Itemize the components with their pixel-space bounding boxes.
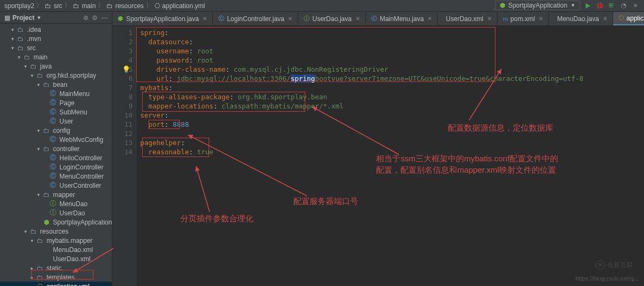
tree-item[interactable]: ⒸUser (0, 117, 112, 126)
chevron-down-icon: ▼ (571, 3, 575, 8)
chevron-icon: ▾ (29, 238, 35, 243)
close-icon[interactable]: ✕ (539, 16, 543, 22)
project-tree[interactable]: ▾🗀.idea▾🗀.mvn▾🗀src▾🗀main▾🗀java▾🗀org.hkd.… (0, 24, 112, 286)
tree-item[interactable]: ▾🗀.mvn (0, 34, 112, 43)
tree-item[interactable]: ▾🗀controller (0, 144, 112, 153)
m-icon: m (503, 16, 508, 22)
breadcrumb-item[interactable]: resources (115, 2, 144, 10)
code-editor[interactable]: 1234💡567891011121314 spring: datasource:… (112, 26, 644, 286)
run-button[interactable]: ▶ (583, 1, 592, 10)
close-icon[interactable]: ✕ (355, 16, 360, 22)
breadcrumb-item[interactable]: sportplay2 (4, 2, 34, 10)
code-content[interactable]: spring: datasource: username: root passw… (137, 26, 644, 286)
class-icon: Ⓒ (49, 153, 57, 162)
tree-item[interactable]: ▾🗀java (0, 62, 112, 71)
editor-tab[interactable]: ⒸMainMenu.java✕ (366, 12, 438, 25)
bulb-icon[interactable]: 💡 (122, 65, 131, 74)
chevron-icon: ▾ (36, 82, 41, 87)
editor-tab[interactable]: ⒾUserDao.java✕ (298, 12, 366, 25)
code-line[interactable]: datasource: (140, 37, 644, 46)
debug-button[interactable]: 🐞 (595, 1, 604, 10)
folder-icon: 🗀 (16, 26, 25, 33)
breadcrumb-item[interactable]: src (53, 2, 62, 10)
tree-item[interactable]: ▾🗀resources (0, 227, 112, 236)
class-icon: Ⓒ (49, 107, 57, 117)
tree-item[interactable]: ▾🗀mybatis.mapper (0, 236, 112, 245)
code-line[interactable]: url: jdbc:mysql://localhost:3306/springb… (140, 74, 644, 83)
tree-item-label: bean (53, 81, 68, 88)
editor-tab[interactable]: ⎔application.yml✕ (613, 12, 644, 25)
hide-icon[interactable]: — (101, 14, 108, 22)
editor-tab[interactable]: MenuDao.java✕ (549, 12, 613, 25)
code-line[interactable]: pagehelper: (140, 138, 644, 147)
tree-item[interactable]: ⒸHelloController (0, 153, 112, 162)
settings-icon[interactable]: ⚙ (92, 14, 98, 22)
editor-tab[interactable]: ⬢SportplayApplication.java✕ (112, 12, 213, 25)
tree-item[interactable]: ▾🗀config (0, 126, 112, 135)
editor-tabs[interactable]: ⬢SportplayApplication.java✕ⒸLoginControl… (112, 12, 644, 26)
tree-item[interactable]: ⒸWebMvcConfig (0, 135, 112, 144)
run-configuration-dropdown[interactable]: ⬢ SportplayApplication ▼ (495, 1, 580, 10)
tree-item[interactable]: ⒸMainMenu (0, 89, 112, 98)
tree-item[interactable]: ▾🗀src (0, 43, 112, 52)
editor-tab[interactable]: ⒸLoginController.java✕ (213, 12, 298, 25)
code-line[interactable] (140, 129, 644, 138)
folder-icon: 🗀 (106, 2, 113, 10)
tree-item[interactable]: ▾🗀org.hkd.sportplay (0, 71, 112, 80)
tree-item-label: config (53, 127, 70, 134)
run-config-label: SportplayApplication (508, 2, 567, 9)
chevron-icon: ▸ (29, 265, 35, 271)
tree-item[interactable]: ⒸMenuController (0, 172, 112, 181)
code-line[interactable]: mybatis: (140, 83, 644, 92)
code-line[interactable]: port: 8888 (140, 120, 644, 129)
stop-button[interactable]: ■ (631, 1, 640, 10)
tree-item[interactable]: ⒸPage (0, 98, 112, 107)
close-icon[interactable]: ✕ (427, 16, 432, 22)
tree-item[interactable]: ⒸLoginController (0, 162, 112, 172)
iface-icon: Ⓘ (304, 15, 310, 23)
breadcrumb-item[interactable]: application.yml (162, 2, 205, 10)
tree-item[interactable]: ▾🗀.idea (0, 25, 112, 34)
tree-item[interactable]: ⒾMenuDao (0, 199, 112, 208)
tree-item[interactable]: ⒸSubMenu (0, 107, 112, 117)
code-line[interactable]: password: root (140, 56, 644, 65)
tree-item-label: MenuDao.xml (53, 246, 93, 254)
code-line[interactable]: type-aliases-package: org.hkd.sportplay.… (140, 92, 644, 101)
tree-item[interactable]: ⒾUserDao (0, 208, 112, 217)
code-line[interactable]: spring: (140, 28, 644, 37)
code-line[interactable]: reasonable: true (140, 147, 644, 156)
tree-item[interactable]: ▾🗀mapper (0, 190, 112, 199)
tree-item-label: src (27, 44, 36, 52)
tree-item-label: UserController (59, 182, 101, 189)
folder-icon: 🗀 (23, 53, 31, 61)
code-line[interactable]: driver-class-name: com.mysql.cj.jdbc.Non… (140, 65, 644, 74)
coverage-button[interactable]: ⛨ (607, 1, 616, 10)
folder-icon: 🗀 (36, 72, 44, 79)
tree-item[interactable]: ⬢SportplayApplication (0, 217, 112, 227)
class-icon: Ⓒ (49, 181, 57, 190)
close-icon[interactable]: ✕ (288, 16, 292, 22)
editor-tab[interactable]: UserDao.xml✕ (438, 12, 497, 25)
folder-icon: 🗀 (29, 228, 38, 235)
code-line[interactable]: server: (140, 111, 644, 120)
tree-item[interactable]: ▾🗀main (0, 52, 112, 62)
tree-item[interactable]: ▾🗀bean (0, 80, 112, 89)
tree-item[interactable]: ⎔application.yml (0, 282, 112, 286)
breadcrumb-item[interactable]: main (82, 2, 96, 10)
editor-tab[interactable]: mpom.xml✕ (498, 12, 549, 25)
close-icon[interactable]: ✕ (487, 16, 492, 22)
tree-item[interactable]: ⒸUserController (0, 181, 112, 190)
close-icon[interactable]: ✕ (603, 16, 607, 22)
chevron-icon: ▾ (23, 64, 28, 69)
yml-icon: ⎔ (619, 15, 624, 22)
code-line[interactable]: username: root (140, 46, 644, 56)
collapse-icon[interactable]: ⊕ (83, 14, 89, 22)
tree-item[interactable]: MenuDao.xml (0, 245, 112, 254)
tree-item[interactable]: ▸🗀templates (0, 273, 112, 282)
close-icon[interactable]: ✕ (203, 16, 207, 22)
code-line[interactable]: mapper-locations: classpath:mybatis/mapp… (140, 101, 644, 111)
tree-item[interactable]: ▸🗀static (0, 263, 112, 273)
profile-button[interactable]: ◔ (619, 1, 628, 10)
project-panel-header[interactable]: ▦ Project ▼ ⊕ ⚙ — (0, 12, 112, 24)
tree-item[interactable]: UserDao.xml (0, 254, 112, 263)
